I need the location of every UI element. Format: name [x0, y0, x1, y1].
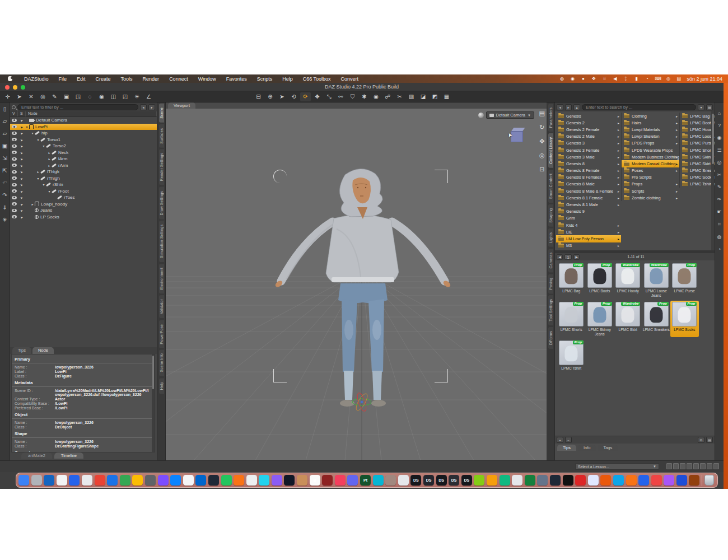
dock-app-icon[interactable]: [195, 475, 206, 486]
activity-icon[interactable]: ✎: [717, 184, 722, 190]
dock-app-icon[interactable]: [95, 475, 105, 486]
lesson-control-button[interactable]: [680, 463, 685, 469]
dock-app-icon[interactable]: [676, 475, 687, 486]
scene-tool-button[interactable]: ◫: [108, 92, 119, 101]
lesson-control-button[interactable]: [673, 463, 679, 469]
expand-arrow-icon[interactable]: ▾: [30, 131, 35, 135]
add-button[interactable]: +: [557, 437, 563, 443]
visibility-eye-icon[interactable]: [12, 183, 17, 186]
dock-app-icon[interactable]: [259, 475, 269, 486]
lesson-control-button[interactable]: [693, 463, 699, 469]
library-folder-row[interactable]: Genesis 9: [556, 208, 621, 215]
menu-item[interactable]: Render: [138, 76, 165, 82]
selectability-cursor-icon[interactable]: ➤: [20, 214, 25, 220]
library-folder-row[interactable]: Genesis 8 Females ▸: [556, 174, 621, 181]
status-icon[interactable]: ◍: [559, 76, 564, 82]
animation-tab[interactable]: Timeline: [54, 452, 83, 459]
library-folder-row[interactable]: Genesis 8 Male & Female ▸: [556, 188, 621, 194]
dock-app-icon[interactable]: [145, 475, 156, 486]
library-folder-row[interactable]: Genesis 3 ▸: [556, 140, 621, 147]
tool-button[interactable]: ✥: [312, 92, 323, 101]
library-folder-row[interactable]: LPMC Socks N: [680, 174, 715, 181]
library-folder-row[interactable]: Pro Scripts: [622, 174, 679, 181]
asset-item[interactable]: Wardrobe LPMC Hoody: [614, 262, 642, 298]
menu-item[interactable]: Connect: [164, 76, 193, 82]
menu-item[interactable]: Edit: [72, 76, 91, 82]
selectability-cursor-icon[interactable]: ➤: [20, 118, 25, 123]
dock-app-icon[interactable]: [69, 475, 80, 486]
draw-style-icon[interactable]: [478, 113, 484, 118]
list-icon[interactable]: ▤: [706, 437, 713, 443]
pane-tab[interactable]: Draw Settings: [159, 187, 164, 220]
lesson-control-button[interactable]: [707, 463, 712, 469]
scene-tool-button[interactable]: ∠: [143, 92, 154, 101]
pane-tab[interactable]: Parameters: [548, 104, 553, 132]
activity-icon[interactable]: ☰: [717, 147, 721, 153]
status-icon[interactable]: ▤: [676, 76, 682, 82]
viewport-nav-icon[interactable]: ✥: [539, 138, 545, 145]
library-folder-row[interactable]: LPMC Tshirt m: [680, 181, 715, 188]
dock-app-icon[interactable]: [385, 475, 396, 486]
nav-back-button[interactable]: ◂: [557, 104, 563, 110]
asset-item[interactable]: Prop LPMC Sneakers: [642, 301, 671, 337]
expand-arrow-icon[interactable]: ▸: [47, 164, 52, 167]
dock-app-icon[interactable]: [613, 475, 624, 486]
selectability-cursor-icon[interactable]: ➤: [20, 156, 25, 161]
visibility-eye-icon[interactable]: [12, 119, 17, 122]
dock-app-icon[interactable]: DS: [461, 475, 472, 486]
activity-icon[interactable]: ◍: [717, 234, 722, 240]
library-info-tab[interactable]: Info: [578, 445, 596, 451]
file-tool-button[interactable]: ▱: [1, 118, 9, 125]
library-folder-row[interactable]: Genesis 2 Male ▸: [556, 133, 621, 140]
file-tool-button[interactable]: ⇓: [1, 204, 9, 211]
pane-tab[interactable]: Cameras: [548, 249, 553, 272]
visibility-eye-icon[interactable]: [12, 189, 17, 193]
library-folder-row[interactable]: Poses ▸: [622, 167, 679, 174]
node-info-tab[interactable]: Node: [32, 347, 54, 354]
library-folder-row[interactable]: Genesis ▸: [556, 113, 621, 119]
menu-item[interactable]: Convert: [336, 76, 364, 82]
dock-app-icon[interactable]: [398, 475, 409, 486]
dock-app-icon[interactable]: [638, 475, 649, 486]
status-icon[interactable]: ⌗: [601, 76, 607, 82]
visibility-eye-icon[interactable]: [12, 125, 17, 128]
visibility-eye-icon[interactable]: [12, 209, 17, 212]
visibility-eye-icon[interactable]: [12, 176, 17, 180]
asset-item[interactable]: Wardrobe LPMC Loose Jeans: [642, 262, 671, 298]
dock-app-icon[interactable]: [487, 475, 497, 486]
dock-app-icon[interactable]: [234, 475, 244, 486]
dock-app-icon[interactable]: [272, 475, 282, 486]
scene-tool-button[interactable]: ◎: [38, 92, 48, 101]
dock-app-icon[interactable]: DS: [449, 475, 459, 486]
camera-dropdown[interactable]: Default Camera ▼: [486, 111, 534, 119]
menu-item[interactable]: File: [54, 76, 72, 82]
pane-tab[interactable]: PowerPose: [159, 320, 164, 348]
file-tool-button[interactable]: ⇲: [1, 155, 9, 162]
library-folder-row[interactable]: Zombie clothing ▸: [622, 194, 679, 201]
dock-app-icon[interactable]: [563, 475, 573, 486]
pane-tab[interactable]: DForms: [548, 327, 553, 349]
pane-tab[interactable]: Tool Settings: [548, 295, 553, 325]
menu-item[interactable]: Window: [193, 76, 221, 82]
scene-tool-button[interactable]: ▣: [61, 92, 72, 101]
library-folder-row[interactable]: Genesis 8 ▸: [556, 160, 621, 167]
selectability-cursor-icon[interactable]: ➤: [20, 143, 25, 148]
selectability-cursor-icon[interactable]: ➤: [20, 202, 25, 207]
dock-app-icon[interactable]: [512, 475, 522, 486]
status-icon[interactable]: ◔: [644, 76, 650, 82]
menu-item[interactable]: Scripts: [252, 76, 278, 82]
dock-app-icon[interactable]: DS: [410, 475, 421, 486]
dock-app-icon[interactable]: [120, 475, 130, 486]
activity-icon[interactable]: ✑: [717, 197, 722, 202]
asset-item[interactable]: Prop LPMC Bag: [557, 262, 586, 298]
activity-icon[interactable]: ⌂: [718, 110, 721, 116]
library-scrollbar[interactable]: [711, 111, 715, 250]
status-icon[interactable]: ◉: [570, 76, 575, 82]
lesson-control-button[interactable]: [700, 463, 706, 469]
file-tool-button[interactable]: ▯: [1, 105, 9, 113]
asset-item[interactable]: Prop LPMC Tshirt: [557, 339, 586, 376]
library-folder-row[interactable]: LPMC Boots N: [680, 119, 715, 126]
file-tool-button[interactable]: ↷: [1, 192, 9, 199]
file-tool-button[interactable]: ⇱: [1, 167, 9, 174]
lesson-control-button[interactable]: [666, 463, 672, 469]
